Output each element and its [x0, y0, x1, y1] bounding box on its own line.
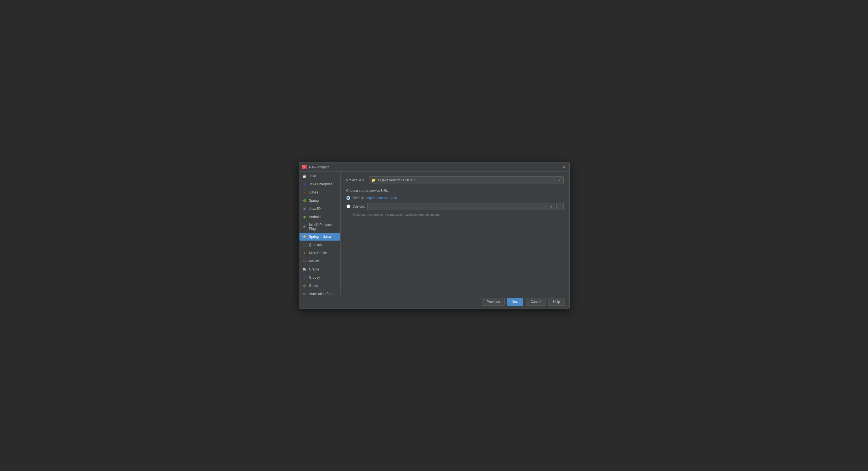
sdk-dropdown-arrow: ▼	[558, 179, 561, 182]
sidebar-item-spring-initializr[interactable]: ⚡Spring Initializr	[300, 233, 340, 241]
maven-icon: M	[302, 259, 307, 263]
sidebar-item-intellij-plugin[interactable]: ⚙IntelliJ Platform Plugin	[300, 221, 340, 232]
sidebar-item-groovy[interactable]: GGroovy	[300, 274, 340, 281]
dialog-content: ☕Java⊞Java Enterprise●JBoss🌿Spring▣Java …	[299, 172, 569, 295]
cancel-button[interactable]: Cancel	[526, 298, 546, 306]
sidebar-item-intellij-plugin-label: IntelliJ Platform Plugin	[309, 223, 337, 231]
sidebar-item-android[interactable]: ◉Android	[300, 213, 340, 221]
sidebar-item-spring[interactable]: 🌿Spring	[300, 197, 340, 204]
sdk-value: 11 java version "11.0.21"	[377, 178, 415, 182]
help-button[interactable]: Help	[548, 298, 565, 306]
sidebar-item-jboss[interactable]: ●JBoss	[300, 189, 340, 196]
spring-icon: 🌿	[302, 198, 307, 203]
app-icon: J	[302, 165, 307, 169]
jboss-icon: ●	[302, 190, 307, 195]
dialog-title: New Project	[309, 165, 329, 169]
sidebar-item-javafx-label: Java FX	[309, 207, 321, 211]
network-note: Make sure your network connection is act…	[346, 213, 564, 216]
default-radio-label: Default:	[352, 196, 364, 200]
sdk-row: Project SDK: 📁 11 java version "11.0.21"…	[346, 176, 564, 184]
sidebar-item-quarkus-label: Quarkus	[309, 243, 322, 247]
sidebar-item-grails[interactable]: ◎Grails	[300, 282, 340, 290]
sidebar-item-microprofile-label: MicroProfile	[309, 251, 327, 255]
sdk-dropdown[interactable]: 📁 11 java version "11.0.21" ▼	[369, 176, 563, 184]
sidebar-item-spring-label: Spring	[309, 199, 319, 202]
sidebar-item-javafx[interactable]: ▣Java FX	[300, 205, 340, 213]
sidebar-item-java-enterprise-label: Java Enterprise	[309, 182, 333, 186]
default-radio-row: Default: https://start.spring.io	[346, 196, 564, 200]
sidebar-item-application-forge-label: Application Forge	[309, 292, 335, 295]
javafx-icon: ▣	[302, 206, 307, 211]
java-icon: ☕	[302, 174, 307, 178]
sidebar-item-java-label: Java	[309, 174, 316, 178]
custom-url-dropdown-btn[interactable]: ▼	[548, 203, 555, 210]
custom-radio-label: Custom:	[352, 204, 365, 208]
title-bar: J New Project ✕	[299, 163, 569, 172]
groovy-icon: G	[302, 275, 307, 280]
new-project-dialog: J New Project ✕ ☕Java⊞Java Enterprise●JB…	[299, 162, 570, 309]
close-button[interactable]: ✕	[561, 165, 566, 169]
sidebar-item-microprofile[interactable]: ✦MicroProfile	[300, 249, 340, 257]
sidebar-item-maven-label: Maven	[309, 259, 319, 263]
android-icon: ◉	[302, 215, 307, 219]
microprofile-icon: ✦	[302, 251, 307, 255]
grails-icon: ◎	[302, 283, 307, 288]
custom-radio-row: Custom: ▼ …	[346, 203, 564, 210]
sidebar-item-spring-initializr-label: Spring Initializr	[309, 235, 331, 239]
sidebar-item-android-label: Android	[309, 215, 321, 219]
sidebar-item-application-forge[interactable]: ◎Application Forge	[300, 290, 340, 295]
sidebar-item-groovy-label: Groovy	[309, 275, 320, 279]
sidebar-item-java-enterprise[interactable]: ⊞Java Enterprise	[300, 180, 340, 188]
starter-url-label: Choose starter service URL:	[346, 189, 564, 193]
sidebar-item-jboss-label: JBoss	[309, 190, 318, 194]
default-url-link[interactable]: https://start.spring.io	[366, 196, 397, 200]
custom-radio[interactable]	[346, 204, 350, 208]
sidebar: ☕Java⊞Java Enterprise●JBoss🌿Spring▣Java …	[299, 172, 341, 295]
sidebar-item-maven[interactable]: MMaven	[300, 257, 340, 265]
sdk-folder-icon: 📁	[371, 178, 376, 182]
footer: Previous Next Cancel Help	[299, 295, 569, 308]
spring-initializr-icon: ⚡	[302, 234, 307, 239]
quarkus-icon: ⬛	[302, 242, 307, 247]
custom-url-input[interactable]	[367, 203, 547, 210]
main-panel: Project SDK: 📁 11 java version "11.0.21"…	[341, 172, 569, 295]
application-forge-icon: ◎	[302, 292, 307, 295]
previous-button[interactable]: Previous	[482, 298, 505, 306]
gradle-icon: 🐘	[302, 267, 307, 272]
sidebar-item-grails-label: Grails	[309, 284, 318, 288]
default-radio[interactable]	[346, 196, 350, 200]
sdk-label: Project SDK:	[346, 178, 366, 182]
next-button[interactable]: Next	[507, 298, 524, 306]
intellij-plugin-icon: ⚙	[302, 225, 307, 229]
sidebar-item-gradle[interactable]: 🐘Gradle	[300, 265, 340, 273]
sidebar-item-java[interactable]: ☕Java	[300, 172, 340, 180]
java-enterprise-icon: ⊞	[302, 182, 307, 187]
sidebar-item-quarkus[interactable]: ⬛Quarkus	[300, 241, 340, 249]
custom-url-browse-btn[interactable]: …	[556, 203, 564, 210]
sidebar-item-gradle-label: Gradle	[309, 267, 319, 271]
